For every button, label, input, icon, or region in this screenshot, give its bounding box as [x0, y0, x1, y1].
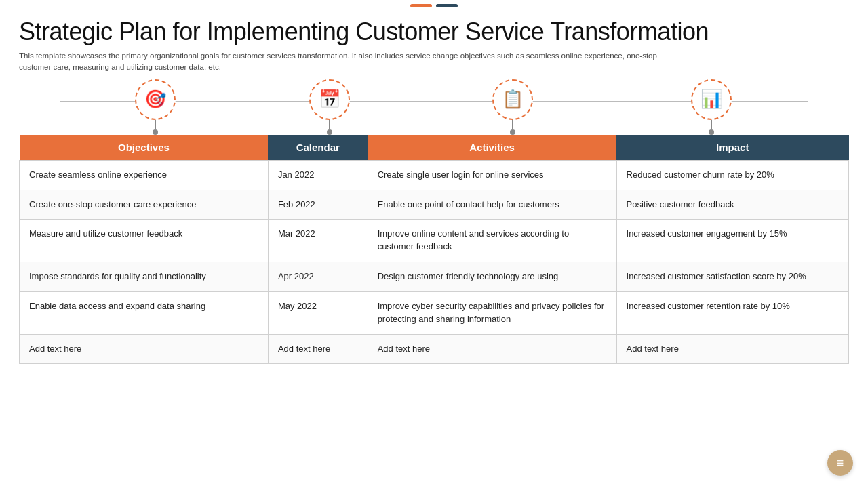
- cell-activity-3: Design customer friendly technology are …: [368, 262, 616, 292]
- header-activities: Activities: [368, 135, 616, 161]
- header-row: Objectives Calendar Activities Impact: [20, 135, 849, 161]
- cell-activity-2: Improve online content and services acco…: [368, 220, 616, 262]
- page-title: Strategic Plan for Implementing Customer…: [19, 17, 849, 46]
- cell-objective-1: Create one-stop customer care experience: [20, 190, 269, 220]
- cell-objective-2: Measure and utilize customer feedback: [20, 220, 269, 262]
- calendar-icon-line: [329, 120, 330, 129]
- bottom-right-button[interactable]: ≡: [827, 450, 853, 476]
- cell-objective-0: Create seamless online experience: [20, 160, 269, 190]
- icon-col-calendar: 📅: [309, 79, 350, 135]
- icons-row: 🎯 📅 📋 📊: [19, 81, 849, 135]
- icon-col-objectives: 🎯: [135, 79, 176, 135]
- cell-calendar-4: May 2022: [268, 291, 368, 334]
- cell-calendar-0: Jan 2022: [268, 160, 368, 190]
- top-bar-dot-dark: [436, 4, 458, 7]
- table-row: Create seamless online experienceJan 202…: [20, 160, 849, 190]
- header-objectives: Objectives: [20, 135, 269, 161]
- page-content: Strategic Plan for Implementing Customer…: [0, 10, 868, 371]
- impact-icon-line: [711, 120, 712, 129]
- top-bar-dot-orange: [410, 4, 432, 7]
- cell-activity-4: Improve cyber security capabilities and …: [368, 291, 616, 334]
- cell-calendar-5: Add text here: [268, 334, 368, 364]
- table-row: Impose standards for quality and functio…: [20, 262, 849, 292]
- impact-icon: 📊: [691, 79, 732, 120]
- cell-calendar-1: Feb 2022: [268, 190, 368, 220]
- cell-objective-3: Impose standards for quality and functio…: [20, 262, 269, 292]
- top-bar: [0, 0, 868, 10]
- cell-impact-2: Increased customer engagement by 15%: [616, 220, 848, 262]
- cell-objective-4: Enable data access and expand data shari…: [20, 291, 269, 334]
- cell-activity-5: Add text here: [368, 334, 616, 364]
- cell-impact-4: Increased customer retention rate by 10%: [616, 291, 848, 334]
- activities-icon: 📋: [492, 79, 533, 120]
- calendar-icon-dot: [327, 129, 332, 135]
- header-impact: Impact: [616, 135, 848, 161]
- cell-calendar-3: Apr 2022: [268, 262, 368, 292]
- impact-icon-dot: [709, 129, 714, 135]
- icon-col-activities: 📋: [492, 79, 533, 135]
- table-row: Enable data access and expand data shari…: [20, 291, 849, 334]
- cell-impact-5: Add text here: [616, 334, 848, 364]
- activities-icon-line: [512, 120, 513, 129]
- table-row: Create one-stop customer care experience…: [20, 190, 849, 220]
- objectives-icon: 🎯: [135, 79, 176, 120]
- plan-table: Objectives Calendar Activities Impact Cr…: [19, 135, 849, 365]
- table-row: Measure and utilize customer feedbackMar…: [20, 220, 849, 262]
- cell-activity-1: Enable one point of contact help for cus…: [368, 190, 616, 220]
- cell-impact-3: Increased customer satisfaction score by…: [616, 262, 848, 292]
- icon-col-impact: 📊: [691, 79, 732, 135]
- table-header: Objectives Calendar Activities Impact: [20, 135, 849, 161]
- header-calendar: Calendar: [268, 135, 368, 161]
- table-row: Add text hereAdd text hereAdd text hereA…: [20, 334, 849, 364]
- page-subtitle: This template showcases the primary orga…: [19, 50, 684, 74]
- cell-activity-0: Create single user login for online serv…: [368, 160, 616, 190]
- cell-objective-5: Add text here: [20, 334, 269, 364]
- activities-icon-dot: [510, 129, 515, 135]
- calendar-icon: 📅: [309, 79, 350, 120]
- cell-calendar-2: Mar 2022: [268, 220, 368, 262]
- cell-impact-0: Reduced customer churn rate by 20%: [616, 160, 848, 190]
- cell-impact-1: Positive customer feedback: [616, 190, 848, 220]
- objectives-icon-dot: [153, 129, 158, 135]
- table-body: Create seamless online experienceJan 202…: [20, 160, 849, 364]
- objectives-icon-line: [155, 120, 156, 129]
